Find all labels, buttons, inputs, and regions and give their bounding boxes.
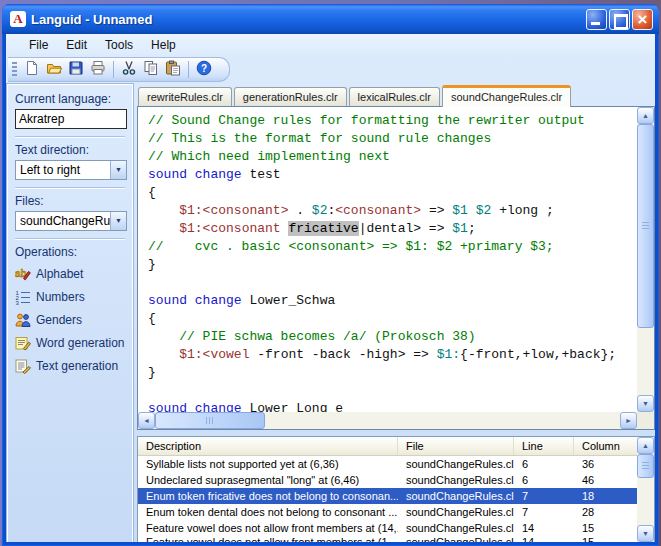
code-token: { (148, 311, 156, 326)
error-list-panel: DescriptionFileLineColumn Syllable lists… (137, 436, 655, 542)
copy-button[interactable] (140, 59, 162, 80)
code-line (148, 382, 637, 400)
tab-rewriterules-clr[interactable]: rewriteRules.clr (138, 87, 232, 106)
code-token: ; (468, 221, 476, 236)
horizontal-scroll-thumb[interactable] (155, 412, 265, 429)
vertical-scroll-thumb[interactable] (637, 124, 654, 328)
column-header-description[interactable]: Description (138, 437, 398, 455)
open-button[interactable] (43, 59, 65, 80)
operation-label: Numbers (36, 290, 85, 304)
code-token: sound change (148, 401, 242, 412)
error-list-scrollbar[interactable]: ▲ ▼ (637, 437, 654, 542)
error-cell-column: 15 (574, 536, 638, 542)
print-icon (90, 60, 106, 80)
help-icon: ? (196, 60, 212, 80)
code-token: sound change (148, 167, 242, 182)
code-line: // PIE schwa becomes /a/ (Prokosch 38) (148, 328, 637, 346)
code-content[interactable]: // Sound Change rules for formatting the… (138, 107, 637, 412)
operation-alphabet[interactable]: abAlphabet (15, 262, 125, 285)
operation-label: Alphabet (36, 267, 83, 281)
files-dropdown[interactable]: soundChangeRules ▼ (15, 211, 127, 231)
scroll-up-arrow[interactable]: ▲ (637, 107, 654, 124)
menu-item-help[interactable]: Help (142, 35, 185, 55)
code-line: sound change Lower Long e (148, 400, 637, 412)
vertical-scroll-thumb[interactable] (637, 454, 654, 478)
code-token: { (148, 185, 156, 200)
title-bar[interactable]: A Languid - Unnamed (2, 4, 659, 34)
toolbar-grip-handle[interactable] (12, 62, 17, 78)
print-button[interactable] (87, 59, 109, 80)
code-line: // cvc . basic <consonant> => $1: $2 +pr… (148, 238, 637, 256)
code-line: $1:<vowel -front -back -high> => $1:{-fr… (148, 346, 637, 364)
code-line: { (148, 310, 637, 328)
files-value: soundChangeRules (16, 214, 110, 228)
error-cell-column: 46 (574, 474, 638, 486)
code-line: // Sound Change rules for formatting the… (148, 112, 637, 130)
scroll-up-arrow[interactable]: ▲ (637, 437, 654, 454)
error-cell-column: 28 (574, 506, 638, 518)
operation-numbers[interactable]: 123Numbers (15, 285, 125, 308)
operation-text-generation[interactable]: Text generation (15, 354, 125, 377)
editor-vertical-scrollbar[interactable]: ▲ ▼ (637, 107, 654, 412)
error-row[interactable]: Feature vowel does not allow front membe… (138, 520, 654, 536)
open-icon (46, 60, 62, 80)
help-button[interactable]: ? (193, 59, 215, 80)
text-direction-dropdown[interactable]: Left to right ▼ (15, 160, 127, 180)
menu-item-tools[interactable]: Tools (96, 35, 142, 55)
close-button[interactable] (632, 9, 653, 30)
dropdown-arrow-button[interactable]: ▼ (110, 161, 126, 179)
error-row[interactable]: Feature vowel does not allow front membe… (138, 536, 654, 542)
dropdown-arrow-button[interactable]: ▼ (110, 212, 126, 230)
scroll-right-arrow[interactable]: ► (620, 412, 637, 429)
maximize-button[interactable] (609, 9, 630, 30)
error-row[interactable]: Undeclared suprasegmental "long" at (6,4… (138, 472, 654, 488)
current-language-label: Current language: (15, 92, 125, 106)
column-header-column[interactable]: Column (574, 437, 638, 455)
tab-soundchangerules-clr[interactable]: soundChangeRules.clr (442, 85, 571, 107)
scroll-left-arrow[interactable]: ◄ (138, 412, 155, 429)
save-button[interactable] (65, 59, 87, 80)
column-header-file[interactable]: File (398, 437, 514, 455)
menu-item-edit[interactable]: Edit (57, 35, 96, 55)
editor-horizontal-scrollbar[interactable]: ◄ ► (138, 412, 637, 429)
code-token (148, 203, 179, 218)
client-area: FileEditToolsHelp ? Current language: Te… (6, 34, 655, 542)
scroll-down-arrow[interactable]: ▼ (637, 395, 654, 412)
tab-strip: rewriteRules.clrgenerationRules.clrlexic… (137, 84, 655, 106)
menu-bar: FileEditToolsHelp (6, 34, 655, 56)
tab-generationrules-clr[interactable]: generationRules.clr (234, 87, 347, 106)
error-row[interactable]: Enum token fricative does not belong to … (138, 488, 654, 504)
operation-genders[interactable]: Genders (15, 308, 125, 331)
new-button[interactable] (21, 59, 43, 80)
app-icon: A (10, 11, 26, 27)
error-cell-line: 6 (514, 458, 574, 470)
error-cell-file: soundChangeRules.clr (398, 474, 514, 486)
operation-word-generation[interactable]: Word generation (15, 331, 125, 354)
error-cell-description: Syllable lists not supported yet at (6,3… (138, 458, 398, 470)
error-row[interactable]: Syllable lists not supported yet at (6,3… (138, 456, 654, 472)
column-header-line[interactable]: Line (514, 437, 574, 455)
code-editor[interactable]: // Sound Change rules for formatting the… (137, 106, 655, 430)
code-token: $1 (452, 221, 468, 236)
code-token: fricative (288, 221, 358, 236)
code-line: sound change Lower_Schwa (148, 292, 637, 310)
cut-button[interactable] (118, 59, 140, 80)
code-token: // This is the format for sound rule cha… (148, 131, 491, 146)
toolbar-separator (188, 61, 189, 78)
paste-button[interactable] (162, 59, 184, 80)
app-window: A Languid - Unnamed FileEditToolsHelp ? … (2, 4, 659, 546)
sidebar-divider (15, 238, 125, 240)
current-language-input[interactable] (15, 109, 127, 129)
tab-lexicalrules-clr[interactable]: lexicalRules.clr (349, 87, 440, 106)
error-cell-line: 7 (514, 506, 574, 518)
scroll-down-arrow[interactable]: ▼ (637, 525, 654, 542)
menu-item-file[interactable]: File (20, 35, 57, 55)
error-row[interactable]: Enum token dental does not belong to con… (138, 504, 654, 520)
error-cell-file: soundChangeRules.clr (398, 522, 514, 534)
code-line: } (148, 256, 637, 274)
new-icon (24, 60, 40, 80)
code-token: -front -back -high> => (249, 347, 436, 362)
code-token: $1:<consonant (179, 221, 288, 236)
minimize-button[interactable] (586, 9, 607, 30)
code-line: sound change test (148, 166, 637, 184)
